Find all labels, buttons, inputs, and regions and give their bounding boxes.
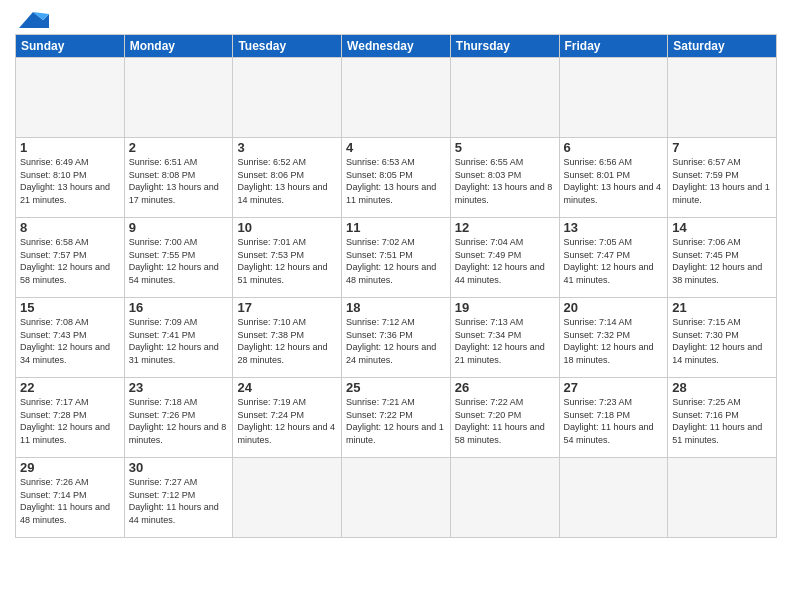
daylight-text: Daylight: 12 hours and 48 minutes. [346,262,436,285]
sunrise-text: Sunrise: 7:15 AM [672,317,741,327]
sunrise-text: Sunrise: 6:53 AM [346,157,415,167]
table-row: 28 Sunrise: 7:25 AM Sunset: 7:16 PM Dayl… [668,378,777,458]
day-number: 18 [346,300,446,315]
sunrise-text: Sunrise: 7:26 AM [20,477,89,487]
day-number: 16 [129,300,229,315]
day-info: Sunrise: 6:57 AM Sunset: 7:59 PM Dayligh… [672,156,772,206]
day-info: Sunrise: 7:26 AM Sunset: 7:14 PM Dayligh… [20,476,120,526]
sunrise-text: Sunrise: 6:58 AM [20,237,89,247]
daylight-text: Daylight: 12 hours and 8 minutes. [129,422,227,445]
day-number: 7 [672,140,772,155]
daylight-text: Daylight: 13 hours and 21 minutes. [20,182,110,205]
day-number: 11 [346,220,446,235]
sunset-text: Sunset: 7:30 PM [672,330,739,340]
day-info: Sunrise: 7:06 AM Sunset: 7:45 PM Dayligh… [672,236,772,286]
sunrise-text: Sunrise: 6:52 AM [237,157,306,167]
table-row: 8 Sunrise: 6:58 AM Sunset: 7:57 PM Dayli… [16,218,125,298]
sunset-text: Sunset: 7:20 PM [455,410,522,420]
table-row: 12 Sunrise: 7:04 AM Sunset: 7:49 PM Dayl… [450,218,559,298]
day-number: 15 [20,300,120,315]
day-info: Sunrise: 7:02 AM Sunset: 7:51 PM Dayligh… [346,236,446,286]
sunset-text: Sunset: 8:01 PM [564,170,631,180]
col-monday: Monday [124,35,233,58]
logo [15,10,49,26]
day-number: 17 [237,300,337,315]
table-row: 29 Sunrise: 7:26 AM Sunset: 7:14 PM Dayl… [16,458,125,538]
daylight-text: Daylight: 12 hours and 24 minutes. [346,342,436,365]
calendar-week-row: 1 Sunrise: 6:49 AM Sunset: 8:10 PM Dayli… [16,138,777,218]
table-row [342,458,451,538]
day-info: Sunrise: 7:01 AM Sunset: 7:53 PM Dayligh… [237,236,337,286]
sunset-text: Sunset: 7:53 PM [237,250,304,260]
col-wednesday: Wednesday [342,35,451,58]
sunrise-text: Sunrise: 7:05 AM [564,237,633,247]
daylight-text: Daylight: 12 hours and 54 minutes. [129,262,219,285]
daylight-text: Daylight: 11 hours and 58 minutes. [455,422,545,445]
calendar-week-row: 22 Sunrise: 7:17 AM Sunset: 7:28 PM Dayl… [16,378,777,458]
sunrise-text: Sunrise: 7:14 AM [564,317,633,327]
sunrise-text: Sunrise: 7:06 AM [672,237,741,247]
sunset-text: Sunset: 7:55 PM [129,250,196,260]
sunset-text: Sunset: 8:03 PM [455,170,522,180]
table-row [342,58,451,138]
day-number: 21 [672,300,772,315]
daylight-text: Daylight: 12 hours and 58 minutes. [20,262,110,285]
sunrise-text: Sunrise: 7:22 AM [455,397,524,407]
table-row: 19 Sunrise: 7:13 AM Sunset: 7:34 PM Dayl… [450,298,559,378]
sunset-text: Sunset: 7:57 PM [20,250,87,260]
day-info: Sunrise: 6:55 AM Sunset: 8:03 PM Dayligh… [455,156,555,206]
day-number: 12 [455,220,555,235]
day-number: 13 [564,220,664,235]
table-row: 16 Sunrise: 7:09 AM Sunset: 7:41 PM Dayl… [124,298,233,378]
daylight-text: Daylight: 13 hours and 4 minutes. [564,182,662,205]
sunset-text: Sunset: 7:41 PM [129,330,196,340]
sunrise-text: Sunrise: 7:10 AM [237,317,306,327]
daylight-text: Daylight: 13 hours and 11 minutes. [346,182,436,205]
sunrise-text: Sunrise: 6:49 AM [20,157,89,167]
sunrise-text: Sunrise: 7:00 AM [129,237,198,247]
table-row [450,58,559,138]
daylight-text: Daylight: 12 hours and 11 minutes. [20,422,110,445]
table-row: 20 Sunrise: 7:14 AM Sunset: 7:32 PM Dayl… [559,298,668,378]
daylight-text: Daylight: 12 hours and 51 minutes. [237,262,327,285]
table-row: 1 Sunrise: 6:49 AM Sunset: 8:10 PM Dayli… [16,138,125,218]
sunset-text: Sunset: 8:10 PM [20,170,87,180]
daylight-text: Daylight: 13 hours and 17 minutes. [129,182,219,205]
sunset-text: Sunset: 8:06 PM [237,170,304,180]
day-number: 9 [129,220,229,235]
sunrise-text: Sunrise: 7:01 AM [237,237,306,247]
table-row: 30 Sunrise: 7:27 AM Sunset: 7:12 PM Dayl… [124,458,233,538]
sunset-text: Sunset: 7:38 PM [237,330,304,340]
day-info: Sunrise: 7:09 AM Sunset: 7:41 PM Dayligh… [129,316,229,366]
sunrise-text: Sunrise: 7:04 AM [455,237,524,247]
table-row [233,58,342,138]
table-row: 4 Sunrise: 6:53 AM Sunset: 8:05 PM Dayli… [342,138,451,218]
daylight-text: Daylight: 12 hours and 41 minutes. [564,262,654,285]
calendar-week-row: 15 Sunrise: 7:08 AM Sunset: 7:43 PM Dayl… [16,298,777,378]
table-row: 11 Sunrise: 7:02 AM Sunset: 7:51 PM Dayl… [342,218,451,298]
day-info: Sunrise: 7:13 AM Sunset: 7:34 PM Dayligh… [455,316,555,366]
sunset-text: Sunset: 7:43 PM [20,330,87,340]
day-info: Sunrise: 7:23 AM Sunset: 7:18 PM Dayligh… [564,396,664,446]
sunrise-text: Sunrise: 7:18 AM [129,397,198,407]
day-number: 2 [129,140,229,155]
table-row: 22 Sunrise: 7:17 AM Sunset: 7:28 PM Dayl… [16,378,125,458]
day-number: 30 [129,460,229,475]
day-info: Sunrise: 7:14 AM Sunset: 7:32 PM Dayligh… [564,316,664,366]
sunrise-text: Sunrise: 7:25 AM [672,397,741,407]
sunset-text: Sunset: 7:34 PM [455,330,522,340]
daylight-text: Daylight: 12 hours and 4 minutes. [237,422,335,445]
day-info: Sunrise: 7:25 AM Sunset: 7:16 PM Dayligh… [672,396,772,446]
daylight-text: Daylight: 11 hours and 51 minutes. [672,422,762,445]
daylight-text: Daylight: 13 hours and 8 minutes. [455,182,553,205]
day-info: Sunrise: 7:10 AM Sunset: 7:38 PM Dayligh… [237,316,337,366]
day-info: Sunrise: 7:21 AM Sunset: 7:22 PM Dayligh… [346,396,446,446]
sunset-text: Sunset: 7:22 PM [346,410,413,420]
day-number: 10 [237,220,337,235]
table-row [559,458,668,538]
day-number: 19 [455,300,555,315]
daylight-text: Daylight: 12 hours and 44 minutes. [455,262,545,285]
daylight-text: Daylight: 12 hours and 18 minutes. [564,342,654,365]
day-info: Sunrise: 7:15 AM Sunset: 7:30 PM Dayligh… [672,316,772,366]
sunset-text: Sunset: 7:59 PM [672,170,739,180]
